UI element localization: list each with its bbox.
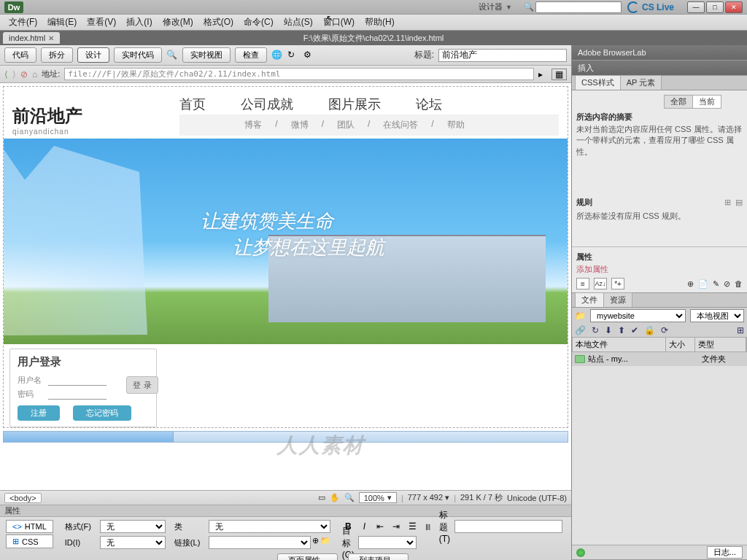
indent-icon[interactable]: ⇥ — [390, 521, 402, 532]
username-input[interactable] — [48, 375, 107, 386]
link-browse-icon[interactable]: 📁 — [320, 536, 330, 549]
live-view-button[interactable]: 实时视图 — [182, 47, 231, 63]
link-point-icon[interactable]: ⊕ — [312, 536, 319, 549]
search-input[interactable] — [535, 1, 622, 13]
design-view-button[interactable]: 设计 — [77, 47, 109, 63]
back-icon[interactable]: ⟨ — [4, 69, 8, 79]
password-input[interactable] — [48, 389, 107, 400]
home-icon[interactable]: ⌂ — [32, 69, 37, 79]
menu-window[interactable]: 窗口(W)↖ — [319, 14, 359, 31]
expand-icon[interactable]: ⊞ — [737, 325, 744, 335]
inspect-icon[interactable]: 🔍 — [166, 50, 178, 61]
address-input[interactable] — [64, 68, 534, 80]
menu-edit[interactable]: 编辑(E) — [43, 14, 81, 31]
hand-tool-icon[interactable]: ✋ — [330, 493, 340, 502]
css-mode-button[interactable]: ⊞CSS — [6, 534, 53, 548]
checkout-icon[interactable]: ✔ — [631, 325, 638, 335]
files-tab[interactable]: 文件 — [575, 292, 604, 307]
italic-icon[interactable]: I — [358, 521, 370, 532]
ol-icon[interactable]: ⫼ — [422, 521, 434, 532]
zoom-level[interactable]: 100%▾ — [359, 492, 397, 503]
zoom-tool-icon[interactable]: 🔍 — [344, 493, 355, 502]
tag-selector[interactable]: <body> — [4, 493, 42, 503]
close-tab-icon[interactable]: ✕ — [48, 34, 54, 42]
css-styles-tab[interactable]: CSS样式 — [575, 75, 621, 90]
current-rules-tab[interactable]: 当前 — [692, 95, 721, 109]
all-rules-tab[interactable]: 全部 — [664, 95, 693, 109]
menu-format[interactable]: 格式(O) — [199, 14, 238, 31]
file-tree-root[interactable]: 站点 - my... 文件夹 — [572, 352, 747, 366]
menu-help[interactable]: 帮助(H) — [360, 14, 399, 31]
site-select[interactable]: mywebsite — [590, 309, 686, 322]
format-select[interactable]: 无 — [100, 520, 166, 533]
menu-file[interactable]: 文件(F) — [4, 14, 42, 31]
checkin-icon[interactable]: 🔒 — [644, 325, 655, 335]
id-select[interactable]: 无 — [100, 536, 166, 549]
set-props-icon[interactable]: *+ — [611, 278, 624, 289]
live-code-button[interactable]: 实时代码 — [114, 47, 162, 63]
select-tool-icon[interactable]: ▭ — [318, 493, 325, 502]
add-property-link[interactable]: 添加属性 — [576, 264, 743, 275]
nav-achieve[interactable]: 公司成就 — [241, 96, 293, 113]
refresh-icon[interactable]: ↻ — [287, 50, 299, 61]
sync-icon[interactable]: ⟳ — [661, 325, 668, 335]
get-icon[interactable]: ⬇ — [605, 325, 612, 335]
assets-tab[interactable]: 资源 — [603, 292, 632, 307]
stop-icon[interactable]: ⊘ — [20, 69, 28, 79]
split-view-button[interactable]: 拆分 — [41, 47, 73, 63]
search-icon[interactable]: 🔍 — [518, 1, 535, 13]
delete-rule-icon[interactable]: 🗑 — [735, 279, 743, 288]
code-view-button[interactable]: 代码 — [4, 47, 36, 63]
nav-gallery[interactable]: 图片展示 — [328, 96, 381, 113]
canvas-dimensions[interactable]: 777 x 492 ▾ — [408, 493, 449, 502]
menu-site[interactable]: 站点(S) — [279, 14, 317, 31]
ruler-icon[interactable]: ▦ — [551, 69, 567, 80]
browserlab-panel-header[interactable]: Adobe BrowserLab — [572, 45, 747, 60]
put-icon[interactable]: ⬆ — [618, 325, 625, 335]
page-properties-button[interactable]: 页面属性... — [277, 553, 338, 560]
document-tab[interactable]: index.html✕ — [3, 32, 60, 44]
forgot-button[interactable]: 忘记密码 — [73, 405, 131, 421]
ul-icon[interactable]: ☰ — [406, 521, 418, 532]
properties-title[interactable]: 属性 — [0, 505, 571, 517]
menu-insert[interactable]: 插入(I) — [122, 14, 156, 31]
cascade-icon[interactable]: ⊞ — [724, 198, 731, 207]
ap-elements-tab[interactable]: AP 元素 — [620, 75, 662, 90]
browser-icon[interactable]: 🌐 — [271, 50, 283, 61]
link-select[interactable] — [209, 536, 311, 549]
login-button[interactable]: 登 录 — [126, 376, 158, 394]
class-select[interactable]: 无 — [209, 520, 330, 533]
go-icon[interactable]: ▸ — [538, 69, 543, 79]
disable-rule-icon[interactable]: ⊘ — [724, 279, 730, 289]
list-items-button[interactable]: 列表项目... — [348, 553, 409, 560]
nav-home[interactable]: 首页 — [179, 96, 206, 113]
attach-css-icon[interactable]: ⊕ — [687, 279, 694, 289]
edit-rule-icon[interactable]: ✎ — [713, 279, 719, 289]
workspace-switcher[interactable]: 设计器▼ — [473, 0, 518, 14]
insert-panel-header[interactable]: 插入 — [572, 61, 747, 75]
show-category-icon[interactable]: ≡ — [576, 278, 589, 289]
page-title-field[interactable] — [438, 49, 567, 62]
menu-modify[interactable]: 修改(M) — [158, 14, 198, 31]
menu-command[interactable]: 命令(C) — [239, 14, 278, 31]
view-select[interactable]: 本地视图 — [690, 309, 744, 322]
nav-forum[interactable]: 论坛 — [416, 96, 442, 113]
new-rule-icon[interactable]: 📄 — [698, 279, 708, 289]
title2-input[interactable] — [454, 520, 562, 533]
az-sort-icon[interactable]: Az↓ — [594, 278, 607, 289]
globe-icon[interactable] — [576, 548, 585, 557]
close-button[interactable]: ✕ — [725, 1, 743, 13]
log-button[interactable]: 日志... — [707, 546, 743, 559]
horizontal-scrollbar[interactable] — [3, 431, 568, 443]
options-icon[interactable]: ⚙ — [303, 50, 315, 61]
target-select[interactable] — [358, 536, 417, 549]
refresh-files-icon[interactable]: ↻ — [592, 325, 599, 335]
page-content[interactable]: 前沿地产 qianyandichan 首页 公司成就 图片展示 论坛 博客/ 微… — [3, 86, 568, 428]
connect-icon[interactable]: 🔗 — [575, 325, 586, 335]
design-canvas[interactable]: 前沿地产 qianyandichan 首页 公司成就 图片展示 论坛 博客/ 微… — [0, 83, 571, 490]
minimize-button[interactable]: — — [687, 1, 705, 13]
register-button[interactable]: 注册 — [18, 405, 60, 421]
forward-icon[interactable]: ⟩ — [12, 69, 16, 79]
html-mode-button[interactable]: <>HTML — [6, 520, 53, 533]
maximize-button[interactable]: □ — [706, 1, 724, 13]
